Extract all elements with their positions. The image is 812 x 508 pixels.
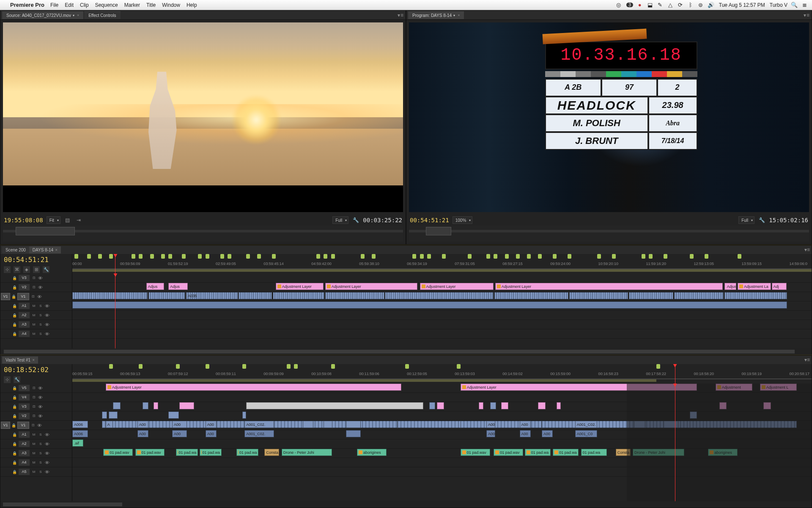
lock-icon[interactable]: 🔒 (12, 470, 17, 474)
clip[interactable]: A00 (137, 421, 148, 428)
mute-toggle[interactable]: M (31, 460, 36, 465)
chapter-marker[interactable] (527, 254, 531, 259)
panel-menu-icon[interactable]: ▾≡ (804, 12, 810, 18)
menu-edit[interactable]: Edit (65, 2, 74, 8)
mute-toggle[interactable]: M (31, 442, 36, 447)
volume-icon[interactable]: 🔊 (708, 2, 714, 8)
user-menu[interactable]: Turbo V (770, 2, 787, 8)
tl2-playhead[interactable] (675, 364, 675, 384)
clip[interactable]: A001_C02. (244, 430, 274, 437)
lock-icon[interactable]: 🔒 (12, 332, 17, 336)
chapter-marker[interactable] (242, 364, 246, 369)
chevron-down-icon[interactable]: ▾ (453, 14, 455, 17)
clip[interactable]: A00 (542, 430, 553, 437)
bluetooth-icon[interactable]: ᛒ (687, 2, 694, 8)
track-header-a1[interactable]: 🔒A1MS👁 (0, 430, 72, 439)
close-icon[interactable]: × (32, 358, 35, 362)
chapter-marker[interactable] (168, 254, 172, 259)
visibility-icon[interactable]: 👁 (38, 285, 43, 290)
tl2-hscroll[interactable] (0, 501, 812, 508)
track-lane[interactable] (72, 411, 812, 421)
clip[interactable] (242, 411, 246, 419)
clip[interactable]: A006 (72, 421, 88, 428)
clip[interactable] (179, 402, 194, 409)
chapter-marker[interactable] (405, 364, 409, 369)
mute-toggle[interactable]: M (31, 322, 36, 327)
clip[interactable]: A006 (72, 430, 88, 437)
clip[interactable]: Consta (616, 449, 631, 456)
track-header-v3[interactable]: 🔒V3⊡👁 (0, 402, 72, 411)
clip[interactable]: A001_C02. (575, 421, 597, 428)
mute-toggle[interactable]: M (31, 313, 36, 318)
clip[interactable]: A001_C0 (575, 430, 597, 437)
visibility-icon[interactable]: 👁 (45, 469, 49, 475)
sync-toggle[interactable]: ⊡ (31, 386, 36, 391)
chapter-marker[interactable] (87, 254, 91, 259)
chapter-marker[interactable] (505, 254, 509, 259)
source-timecode[interactable]: 19:55:08:08 (4, 217, 43, 224)
clip[interactable] (494, 292, 568, 299)
track-header-v1[interactable]: V1🔒V1⊡👁 (0, 421, 72, 430)
settings-icon[interactable]: 🔧 (352, 216, 359, 224)
clip[interactable] (724, 292, 787, 299)
track-lane[interactable] (72, 458, 812, 467)
solo-toggle[interactable]: S (38, 331, 43, 337)
clip[interactable] (102, 411, 107, 419)
notification-icon[interactable]: ≣ (801, 2, 808, 8)
chapter-marker[interactable] (664, 254, 667, 259)
clip[interactable]: 01 pad.wav (135, 449, 165, 456)
track-header-a3[interactable]: 🔒A3MS👁 (0, 449, 72, 458)
wrench-icon[interactable]: 🔧 (43, 266, 49, 273)
visibility-icon[interactable]: 👁 (45, 331, 49, 337)
clip[interactable] (542, 421, 705, 428)
track-lane[interactable] (72, 329, 812, 339)
clip[interactable]: Adjustment La (738, 283, 771, 290)
clip[interactable]: A (106, 421, 113, 428)
snap-icon[interactable]: ⊹ (4, 376, 11, 383)
track-lane[interactable] (72, 273, 812, 283)
chapter-marker[interactable] (316, 254, 320, 259)
chapter-marker[interactable] (139, 254, 143, 259)
lock-icon[interactable]: 🔒 (12, 276, 17, 280)
chapter-marker[interactable] (98, 254, 102, 259)
visibility-icon[interactable]: 👁 (45, 451, 49, 456)
track-label[interactable]: A2 (19, 312, 30, 318)
clip[interactable] (325, 292, 384, 299)
visibility-icon[interactable]: 👁 (37, 294, 42, 299)
clip[interactable] (569, 292, 628, 299)
clip[interactable] (303, 421, 313, 428)
clip[interactable]: A00 (172, 421, 187, 428)
chapter-marker[interactable] (516, 254, 520, 259)
clip[interactable]: 01 pad.wa (581, 449, 607, 456)
chapter-marker[interactable] (420, 254, 424, 259)
track-lane[interactable] (72, 467, 812, 477)
track-header-v5[interactable]: 🔒V5⊡👁 (0, 384, 72, 393)
chapter-marker[interactable] (150, 254, 154, 259)
track-label[interactable]: V5 (19, 385, 30, 391)
evernote-icon[interactable]: ✎ (657, 2, 664, 8)
solo-toggle[interactable]: S (38, 460, 43, 465)
chapter-marker[interactable] (568, 254, 571, 259)
chapter-marker[interactable] (246, 254, 250, 259)
clip[interactable] (143, 402, 148, 409)
sync-icon[interactable]: ⟳ (677, 2, 684, 8)
chapter-marker[interactable] (427, 254, 431, 259)
tl1-hscroll[interactable] (0, 348, 812, 355)
visibility-icon[interactable]: 👁 (45, 304, 49, 309)
clip[interactable]: Adjustment (716, 384, 752, 391)
track-label[interactable]: A4 (19, 459, 30, 466)
chapter-marker[interactable] (361, 254, 365, 259)
clip[interactable]: Adjustment L (760, 384, 797, 391)
lock-icon[interactable]: 🔒 (12, 395, 17, 400)
chapter-marker[interactable] (220, 254, 224, 259)
lock-icon[interactable]: 🔒 (12, 451, 17, 456)
clip[interactable] (72, 292, 148, 299)
chapter-marker[interactable] (442, 254, 446, 259)
clip[interactable] (273, 292, 324, 299)
track-header-a1[interactable]: 🔒A1MS👁 (0, 301, 72, 311)
menu-window[interactable]: Window (162, 2, 180, 8)
settings-icon[interactable]: 🔧 (758, 216, 765, 224)
clip[interactable]: Adj (772, 283, 787, 290)
source-res-select[interactable]: Full (332, 216, 348, 224)
chapter-marker[interactable] (132, 254, 135, 259)
